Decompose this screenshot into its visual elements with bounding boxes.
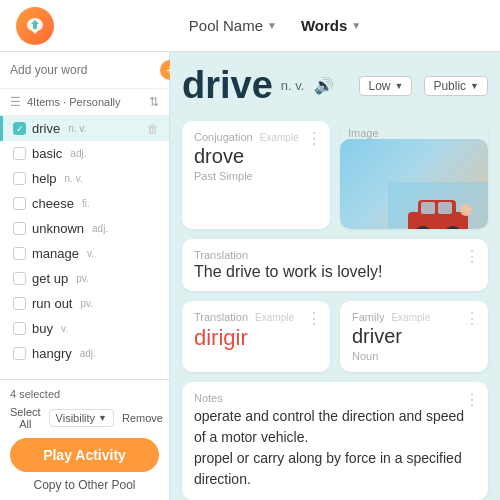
visibility-button[interactable]: Visibility ▼ [49, 409, 114, 427]
translation-card: Translation Example dirigir ⋮ [182, 301, 330, 372]
level-chevron: ▼ [394, 81, 403, 91]
word-item[interactable]: cheesefi. [0, 191, 169, 216]
selected-count: 4 selected [10, 388, 159, 400]
svg-rect-5 [438, 202, 452, 214]
word-checkbox[interactable] [13, 297, 26, 310]
word-item[interactable]: buyv. [0, 316, 169, 341]
remove-button[interactable]: Remove [122, 412, 163, 424]
level-label: Low [368, 79, 390, 93]
main-layout: + ☰ 4Items · Personally ⇅ driven. v.🗑bas… [0, 52, 500, 500]
example-label-text: Translation [194, 249, 248, 261]
sidebar-search-bar: + [0, 52, 169, 89]
word-type: n. v. [65, 173, 83, 184]
visibility-label: Visibility [56, 412, 96, 424]
visibility-value: Public [433, 79, 466, 93]
word-checkbox[interactable] [13, 347, 26, 360]
word-text: run out [32, 296, 72, 311]
image-card: Image [340, 121, 488, 229]
words-label: Words [301, 17, 347, 34]
word-type: adj. [70, 148, 86, 159]
words-nav[interactable]: Words ▼ [301, 17, 361, 34]
translation-label-text: Translation [194, 311, 248, 323]
cards-grid: Conjugation Example drove Past Simple ⋮ … [182, 121, 488, 500]
pool-name-chevron: ▼ [267, 20, 277, 31]
word-checkbox[interactable] [13, 322, 26, 335]
example-label: Translation [194, 249, 476, 261]
word-text: buy [32, 321, 53, 336]
word-text: hangry [32, 346, 72, 361]
word-list: driven. v.🗑basicadj.helpn. v.cheesefi.un… [0, 116, 169, 379]
family-sublabel: Example [391, 312, 430, 323]
example-menu[interactable]: ⋮ [464, 247, 480, 266]
conjugation-menu[interactable]: ⋮ [306, 129, 322, 148]
word-item[interactable]: hangryadj. [0, 341, 169, 366]
app-header: Pool Name ▼ Words ▼ [0, 0, 500, 52]
visibility-badge[interactable]: Public ▼ [424, 76, 488, 96]
list-icon: ☰ [10, 95, 21, 109]
word-text: get up [32, 271, 68, 286]
conjugation-label-text: Conjugation [194, 131, 253, 143]
word-type: v. [87, 248, 94, 259]
content-area: drive n. v. 🔊 Low ▼ Public ▼ Conjugation… [170, 52, 500, 500]
svg-rect-4 [421, 202, 435, 214]
word-item[interactable]: driven. v.🗑 [0, 116, 169, 141]
copy-to-pool-link[interactable]: Copy to Other Pool [10, 478, 159, 492]
sidebar: + ☰ 4Items · Personally ⇅ driven. v.🗑bas… [0, 52, 170, 500]
word-type: adj. [80, 348, 96, 359]
conjugation-sub: Past Simple [194, 170, 318, 182]
footer-actions: Select All Visibility ▼ Remove [10, 406, 159, 430]
word-text: basic [32, 146, 62, 161]
word-text: help [32, 171, 57, 186]
translation-label: Translation Example [194, 311, 318, 323]
sound-icon[interactable]: 🔊 [314, 76, 334, 95]
family-sub: Noun [352, 350, 476, 362]
word-checkbox[interactable] [13, 122, 26, 135]
word-type: n. v. [68, 123, 86, 134]
word-item[interactable]: managev. [0, 241, 169, 266]
visibility-badge-chevron: ▼ [470, 81, 479, 91]
add-word-input[interactable] [10, 63, 160, 77]
word-checkbox[interactable] [13, 197, 26, 210]
visibility-chevron: ▼ [98, 413, 107, 423]
word-text: drive [32, 121, 60, 136]
word-item[interactable]: unknownadj. [0, 216, 169, 241]
word-type: pv. [76, 273, 89, 284]
family-card: Family Example driver Noun ⋮ [340, 301, 488, 372]
conjugation-sublabel: Example [260, 132, 299, 143]
word-item[interactable]: run outpv. [0, 291, 169, 316]
family-label: Family Example [352, 311, 476, 323]
translation-value: dirigir [194, 325, 318, 351]
conjugation-card: Conjugation Example drove Past Simple ⋮ [182, 121, 330, 229]
notes-label: Notes [194, 392, 476, 404]
word-checkbox[interactable] [13, 247, 26, 260]
word-type: adj. [92, 223, 108, 234]
family-menu[interactable]: ⋮ [464, 309, 480, 328]
word-item[interactable]: helpn. v. [0, 166, 169, 191]
svg-point-10 [460, 204, 472, 216]
pool-name-label: Pool Name [189, 17, 263, 34]
sort-icon[interactable]: ⇅ [149, 95, 159, 109]
word-text: manage [32, 246, 79, 261]
app-logo [16, 7, 54, 45]
translation-menu[interactable]: ⋮ [306, 309, 322, 328]
word-checkbox[interactable] [13, 222, 26, 235]
word-checkbox[interactable] [13, 172, 26, 185]
word-type: v. [61, 323, 68, 334]
word-item[interactable]: get uppv. [0, 266, 169, 291]
pool-name-nav[interactable]: Pool Name ▼ [189, 17, 277, 34]
select-all-button[interactable]: Select All [10, 406, 41, 430]
play-activity-button[interactable]: Play Activity [10, 438, 159, 472]
word-item[interactable]: basicadj. [0, 141, 169, 166]
header-nav: Pool Name ▼ Words ▼ [66, 17, 484, 34]
word-checkbox[interactable] [13, 147, 26, 160]
delete-icon[interactable]: 🗑 [147, 122, 159, 136]
main-word: drive [182, 64, 273, 107]
example-value: The drive to work is lovely! [194, 263, 476, 281]
word-header: drive n. v. 🔊 Low ▼ Public ▼ [182, 64, 488, 107]
notes-menu[interactable]: ⋮ [464, 390, 480, 409]
word-checkbox[interactable] [13, 272, 26, 285]
translation-sublabel: Example [255, 312, 294, 323]
level-badge[interactable]: Low ▼ [359, 76, 412, 96]
word-text: unknown [32, 221, 84, 236]
logo-area [16, 7, 66, 45]
